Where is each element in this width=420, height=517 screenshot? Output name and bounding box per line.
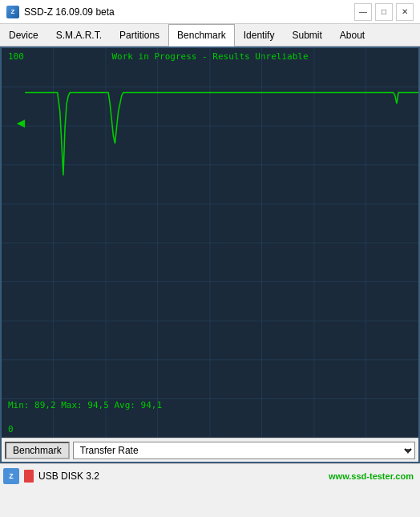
menu-smart[interactable]: S.M.A.R.T. [47,24,111,46]
benchmark-chart [2,48,418,438]
menu-about[interactable]: About [331,24,374,46]
app-title: SSD-Z 16.09.09 beta [24,6,115,18]
menu-device[interactable]: Device [0,24,47,46]
window-controls: — □ ✕ [354,3,414,21]
status-bar: Z USB DISK 3.2 www.ssd-tester.com [0,463,420,487]
close-button[interactable]: ✕ [396,3,414,21]
maximize-button[interactable]: □ [375,3,393,21]
disk-color-indicator [24,470,34,483]
minimize-button[interactable]: — [354,3,372,21]
menu-bar: Device S.M.A.R.T. Partitions Benchmark I… [0,24,420,46]
menu-benchmark[interactable]: Benchmark [168,24,235,46]
app-icon: Z [6,6,19,18]
menu-submit[interactable]: Submit [283,24,330,46]
title-bar: Z SSD-Z 16.09.09 beta — □ ✕ [0,0,420,24]
chart-toolbar: Benchmark Transfer Rate IOPS Access Time… [2,438,418,462]
chart-type-select[interactable]: Transfer Rate IOPS Access Time [73,442,415,459]
chart-container: 100 Work in Progress - Results Unreliabl… [0,46,420,463]
chart-stats: Min: 89,2 Max: 94,5 Avg: 94,1 [8,400,162,410]
chart-area: 100 Work in Progress - Results Unreliabl… [2,48,418,438]
menu-identify[interactable]: Identify [235,24,284,46]
benchmark-button[interactable]: Benchmark [5,442,70,459]
status-app-icon: Z [3,468,19,484]
svg-marker-16 [17,119,25,127]
website-url: www.ssd-tester.com [329,471,414,481]
menu-partitions[interactable]: Partitions [111,24,168,46]
disk-name: USB DISK 3.2 [38,471,324,482]
chart-type-dropdown-wrapper: Transfer Rate IOPS Access Time ▼ [73,442,415,459]
title-bar-left: Z SSD-Z 16.09.09 beta [6,6,115,18]
